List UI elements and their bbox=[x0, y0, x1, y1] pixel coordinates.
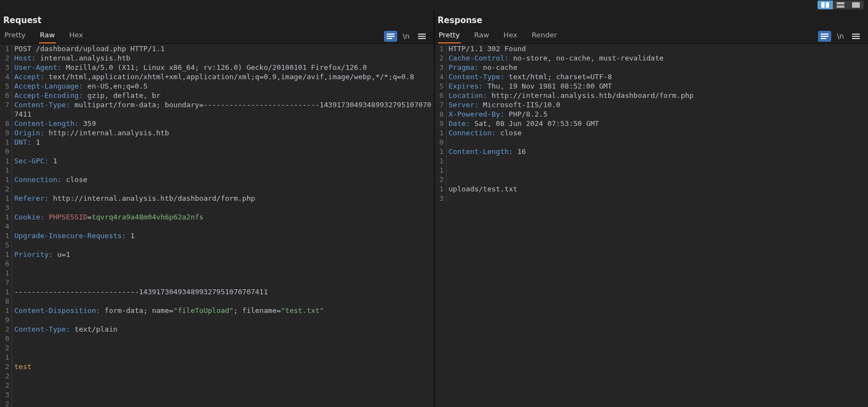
line-content[interactable]: DNT: 1 bbox=[12, 138, 432, 156]
code-line[interactable]: 24 bbox=[2, 399, 432, 407]
code-line[interactable]: 6Location: http://internal.analysis.htb/… bbox=[437, 91, 866, 100]
code-line[interactable]: 3Pragma: no-cache bbox=[437, 63, 866, 72]
request-code[interactable]: 1POST /dashboard/upload.php HTTP/1.12Hos… bbox=[0, 44, 434, 407]
line-content[interactable]: Content-Length: 16 bbox=[447, 147, 866, 166]
line-number: 5 bbox=[2, 81, 12, 91]
code-line[interactable]: 8Content-Length: 359 bbox=[2, 119, 432, 128]
response-tab-render[interactable]: Render bbox=[531, 29, 558, 43]
line-content[interactable]: Accept-Encoding: gzip, deflate, br bbox=[12, 91, 432, 100]
code-line[interactable]: 9Origin: http://internal.analysis.htb bbox=[2, 128, 432, 138]
request-newline-toggle[interactable]: \n bbox=[403, 32, 410, 40]
code-line[interactable]: 10DNT: 1 bbox=[2, 138, 432, 156]
line-content[interactable]: Location: http://internal.analysis.htb/d… bbox=[447, 91, 866, 100]
line-content[interactable] bbox=[12, 268, 432, 287]
code-line[interactable]: 4Accept: text/html,application/xhtml+xml… bbox=[2, 72, 432, 81]
line-content[interactable] bbox=[447, 166, 866, 184]
response-actions-button[interactable] bbox=[818, 31, 831, 42]
line-content[interactable] bbox=[12, 381, 432, 399]
line-content[interactable]: Priority: u=1 bbox=[12, 250, 432, 268]
code-line[interactable]: 15Upgrade-Insecure-Requests: 1 bbox=[2, 231, 432, 250]
line-content[interactable]: X-Powered-By: PHP/8.2.5 bbox=[447, 109, 866, 119]
line-content[interactable]: Content-Length: 359 bbox=[12, 119, 432, 128]
line-content[interactable]: Expires: Thu, 19 Nov 1981 08:52:00 GMT bbox=[447, 81, 866, 91]
code-line[interactable]: 14Cookie: PHPSESSID=tqvrq4ra9a48m04vh6p6… bbox=[2, 212, 432, 231]
code-line[interactable]: 7Content-Type: multipart/form-data; boun… bbox=[2, 100, 432, 119]
line-content[interactable]: uploads/test.txt bbox=[447, 184, 866, 203]
line-content[interactable]: HTTP/1.1 302 Found bbox=[447, 44, 866, 53]
line-content[interactable]: Sec-GPC: 1 bbox=[12, 156, 432, 175]
request-tab-hex[interactable]: Hex bbox=[68, 29, 84, 43]
code-line[interactable]: 17 bbox=[2, 268, 432, 287]
code-line[interactable]: 18-----------------------------143917304… bbox=[2, 287, 432, 306]
line-content[interactable]: Content-Type: text/html; charset=UTF-8 bbox=[447, 72, 866, 81]
code-line[interactable]: 8X-Powered-By: PHP/8.2.5 bbox=[437, 109, 866, 119]
line-content[interactable] bbox=[12, 343, 432, 362]
code-line[interactable]: 2Host: internal.analysis.htb bbox=[2, 53, 432, 63]
request-menu-button[interactable] bbox=[415, 31, 429, 42]
list-icon bbox=[387, 33, 394, 40]
line-content[interactable]: Content-Type: multipart/form-data; bound… bbox=[12, 100, 432, 119]
code-line[interactable]: 20Content-Type: text/plain bbox=[2, 324, 432, 343]
layout-stacked-button[interactable] bbox=[833, 1, 848, 9]
layout-side-by-side-button[interactable] bbox=[817, 1, 833, 9]
line-content[interactable]: Pragma: no-cache bbox=[447, 63, 866, 72]
response-tab-raw[interactable]: Raw bbox=[473, 29, 490, 43]
code-line[interactable]: 1HTTP/1.1 302 Found bbox=[437, 44, 866, 53]
line-content[interactable]: Date: Sat, 08 Jun 2024 07:53:50 GMT bbox=[447, 119, 866, 128]
response-menu-button[interactable] bbox=[849, 31, 863, 42]
code-line[interactable]: 6Accept-Encoding: gzip, deflate, br bbox=[2, 91, 432, 100]
response-tab-pretty[interactable]: Pretty bbox=[438, 29, 461, 43]
response-newline-toggle[interactable]: \n bbox=[837, 32, 844, 40]
line-content[interactable]: Server: Microsoft-IIS/10.0 bbox=[447, 100, 866, 109]
line-content[interactable]: Accept: text/html,application/xhtml+xml,… bbox=[12, 72, 432, 81]
line-content[interactable]: Content-Disposition: form-data; name="fi… bbox=[12, 306, 432, 324]
code-line[interactable]: 7Server: Microsoft-IIS/10.0 bbox=[437, 100, 866, 109]
response-pane: Response PrettyRawHexRender \n 1HTTP/1.1… bbox=[435, 10, 869, 407]
request-actions-button[interactable] bbox=[384, 31, 397, 42]
code-line[interactable]: 13uploads/test.txt bbox=[437, 184, 866, 203]
code-line[interactable]: 5Expires: Thu, 19 Nov 1981 08:52:00 GMT bbox=[437, 81, 866, 91]
line-content[interactable] bbox=[12, 399, 432, 407]
line-content[interactable]: Content-Type: text/plain bbox=[12, 324, 432, 343]
request-tab-raw[interactable]: Raw bbox=[39, 29, 56, 43]
response-tab-hex[interactable]: Hex bbox=[502, 29, 518, 43]
code-line[interactable]: 11Sec-GPC: 1 bbox=[2, 156, 432, 175]
code-line[interactable]: 10Connection: close bbox=[437, 128, 866, 147]
line-content[interactable]: POST /dashboard/upload.php HTTP/1.1 bbox=[12, 44, 432, 53]
response-editor[interactable]: 1HTTP/1.1 302 Found2Cache-Control: no-st… bbox=[435, 43, 869, 407]
line-content[interactable]: -----------------------------14391730493… bbox=[12, 287, 432, 306]
list-icon bbox=[821, 33, 828, 40]
response-code[interactable]: 1HTTP/1.1 302 Found2Cache-Control: no-st… bbox=[435, 44, 869, 407]
code-line[interactable]: 22test bbox=[2, 362, 432, 381]
code-line[interactable]: 4Content-Type: text/html; charset=UTF-8 bbox=[437, 72, 866, 81]
line-content[interactable]: Cache-Control: no-store, no-cache, must-… bbox=[447, 53, 866, 63]
request-tabbar: PrettyRawHex \n bbox=[0, 29, 434, 43]
line-content[interactable]: Cookie: PHPSESSID=tqvrq4ra9a48m04vh6p62a… bbox=[12, 212, 432, 231]
line-content[interactable]: Referer: http://internal.analysis.htb/da… bbox=[12, 194, 432, 212]
code-line[interactable]: 9Date: Sat, 08 Jun 2024 07:53:50 GMT bbox=[437, 119, 866, 128]
line-number: 15 bbox=[2, 231, 12, 250]
code-line[interactable]: 5Accept-Language: en-US,en;q=0.5 bbox=[2, 81, 432, 91]
layout-single-button[interactable] bbox=[848, 1, 864, 9]
line-content[interactable]: Accept-Language: en-US,en;q=0.5 bbox=[12, 81, 432, 91]
code-line[interactable]: 21 bbox=[2, 343, 432, 362]
code-line[interactable]: 19Content-Disposition: form-data; name="… bbox=[2, 306, 432, 324]
code-line[interactable]: 23 bbox=[2, 381, 432, 399]
line-content[interactable]: Origin: http://internal.analysis.htb bbox=[12, 128, 432, 138]
code-line[interactable]: 12Connection: close bbox=[2, 175, 432, 194]
code-line[interactable]: 11Content-Length: 16 bbox=[437, 147, 866, 166]
line-content[interactable]: test bbox=[12, 362, 432, 381]
code-line[interactable]: 13Referer: http://internal.analysis.htb/… bbox=[2, 194, 432, 212]
line-content[interactable]: Connection: close bbox=[447, 128, 866, 147]
line-content[interactable]: User-Agent: Mozilla/5.0 (X11; Linux x86_… bbox=[12, 63, 432, 72]
line-content[interactable]: Connection: close bbox=[12, 175, 432, 194]
request-tab-pretty[interactable]: Pretty bbox=[3, 29, 27, 43]
code-line[interactable]: 16Priority: u=1 bbox=[2, 250, 432, 268]
line-content[interactable]: Host: internal.analysis.htb bbox=[12, 53, 432, 63]
code-line[interactable]: 12 bbox=[437, 166, 866, 184]
request-editor[interactable]: 1POST /dashboard/upload.php HTTP/1.12Hos… bbox=[0, 43, 434, 407]
line-content[interactable]: Upgrade-Insecure-Requests: 1 bbox=[12, 231, 432, 250]
code-line[interactable]: 1POST /dashboard/upload.php HTTP/1.1 bbox=[2, 44, 432, 53]
code-line[interactable]: 2Cache-Control: no-store, no-cache, must… bbox=[437, 53, 866, 63]
code-line[interactable]: 3User-Agent: Mozilla/5.0 (X11; Linux x86… bbox=[2, 63, 432, 72]
